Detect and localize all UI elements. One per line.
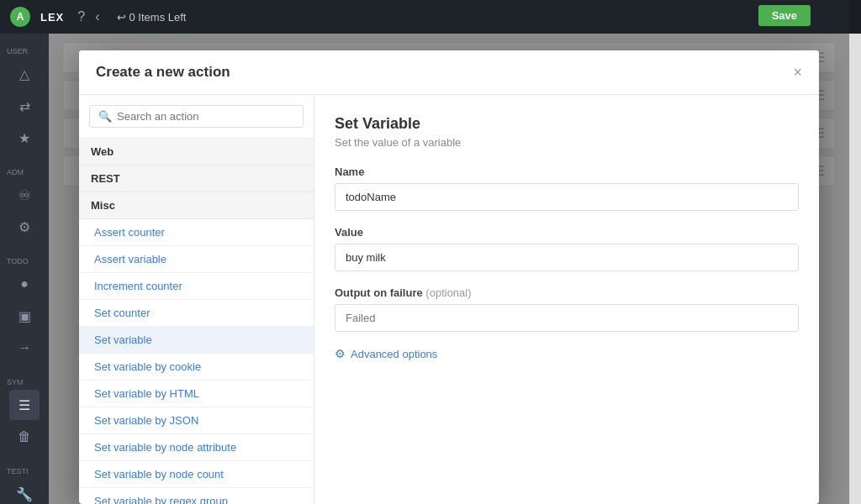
- detail-subtitle: Set the value of a variable: [335, 136, 799, 149]
- action-item-set-variable[interactable]: Set variable: [79, 327, 314, 354]
- action-item-set-variable-by-node-attribute[interactable]: Set variable by node attribute: [79, 434, 314, 461]
- sidebar-section-todo: Todo ● ▣ →: [0, 252, 49, 370]
- name-input[interactable]: [335, 183, 799, 211]
- output-optional: (optional): [425, 286, 471, 299]
- modal-close-button[interactable]: ×: [793, 65, 802, 80]
- right-scrollbar[interactable]: [849, 34, 861, 504]
- sidebar-label-testi: Testi: [0, 467, 49, 475]
- scrollbar-top: [849, 0, 861, 34]
- main-layout: User △ ⇄ ★ Adm ♾ ⚙ Todo ● ▣ → Sym ☰ 🗑 Te…: [0, 34, 861, 504]
- sidebar-section-user: User △ ⇄ ★: [0, 42, 49, 160]
- action-list-panel: 🔍 WebRESTMiscAssert counterAssert variab…: [79, 95, 314, 504]
- app-name: LEX: [40, 11, 64, 24]
- action-item-assert-counter[interactable]: Assert counter: [79, 219, 314, 246]
- app-logo: A: [10, 7, 30, 27]
- sidebar-icon-globe[interactable]: ●: [9, 269, 40, 299]
- content-area: ☰ ☰ ☰ ☰ Create a new action ×: [49, 34, 849, 504]
- help-icon[interactable]: ?: [77, 9, 85, 24]
- action-item-rest[interactable]: REST: [79, 165, 314, 192]
- sidebar-label-admin: Adm: [0, 168, 49, 176]
- modal: Create a new action × 🔍: [79, 50, 819, 504]
- sidebar-icon-network[interactable]: ♾: [9, 180, 40, 210]
- search-input[interactable]: [117, 110, 294, 123]
- sidebar-icon-star[interactable]: ★: [9, 123, 40, 153]
- action-list: WebRESTMiscAssert counterAssert variable…: [79, 139, 314, 504]
- sidebar-label-user: User: [0, 47, 49, 55]
- action-item-misc[interactable]: Misc: [79, 192, 314, 219]
- sidebar-icon-user[interactable]: △: [9, 59, 40, 89]
- action-item-set-counter[interactable]: Set counter: [79, 300, 314, 327]
- output-field-group: Output on failure (optional): [335, 286, 799, 332]
- action-item-set-variable-by-html[interactable]: Set variable by HTML: [79, 381, 314, 407]
- back-icon[interactable]: ‹: [95, 9, 99, 24]
- gear-icon: ⚙: [335, 347, 346, 360]
- sidebar-icon-trash[interactable]: 🗑: [9, 422, 40, 452]
- value-label: Value: [335, 226, 799, 239]
- sidebar-icon-settings[interactable]: ⚙: [9, 212, 40, 242]
- output-label: Output on failure (optional): [335, 286, 799, 299]
- sidebar-section-admin: Adm ♾ ⚙: [0, 163, 49, 249]
- output-input[interactable]: [335, 304, 799, 332]
- sidebar-icon-arrow[interactable]: →: [9, 333, 40, 363]
- action-item-set-variable-by-cookie[interactable]: Set variable by cookie: [79, 354, 314, 381]
- action-item-increment-counter[interactable]: Increment counter: [79, 273, 314, 300]
- action-item-set-variable-by-regex-group[interactable]: Set variable by regex group: [79, 488, 314, 504]
- sidebar-label-todo: Todo: [0, 257, 49, 265]
- action-item-set-variable-by-json[interactable]: Set variable by JSON: [79, 407, 314, 434]
- advanced-options-label: Advanced options: [351, 348, 437, 360]
- action-item-set-variable-by-node-count[interactable]: Set variable by node count: [79, 461, 314, 488]
- value-input[interactable]: [335, 244, 799, 271]
- advanced-options[interactable]: ⚙ Advanced options: [335, 347, 799, 360]
- name-label: Name: [335, 165, 799, 178]
- search-icon: 🔍: [98, 110, 112, 123]
- action-item-assert-variable[interactable]: Assert variable: [79, 246, 314, 273]
- value-field-group: Value: [335, 226, 799, 271]
- action-item-web[interactable]: Web: [79, 139, 314, 165]
- sidebar-label-sym: Sym: [0, 378, 49, 386]
- search-container: 🔍: [89, 105, 304, 128]
- sidebar-icon-list[interactable]: ☰: [9, 390, 40, 420]
- modal-overlay: Create a new action × 🔍: [49, 34, 849, 504]
- sidebar-icon-wrench[interactable]: 🔧: [9, 479, 40, 504]
- sidebar: User △ ⇄ ★ Adm ♾ ⚙ Todo ● ▣ → Sym ☰ 🗑 Te…: [0, 34, 49, 504]
- search-wrapper: 🔍: [79, 95, 314, 139]
- sidebar-section-sym: Sym ☰ 🗑: [0, 373, 49, 459]
- detail-title: Set Variable: [335, 115, 799, 133]
- top-bar: A LEX ? ‹ ↩ 0 Items Left Save: [0, 0, 861, 34]
- sidebar-section-testi: Testi 🔧: [0, 462, 49, 504]
- detail-panel: Set Variable Set the value of a variable…: [314, 95, 819, 504]
- modal-body: 🔍 WebRESTMiscAssert counterAssert variab…: [79, 95, 819, 504]
- sidebar-icon-doc[interactable]: ▣: [9, 301, 40, 331]
- items-left: ↩ 0 Items Left: [117, 11, 187, 24]
- sidebar-icon-share[interactable]: ⇄: [9, 91, 40, 121]
- modal-title: Create a new action: [96, 64, 230, 81]
- save-button[interactable]: Save: [758, 5, 811, 26]
- name-field-group: Name: [335, 165, 799, 211]
- modal-header: Create a new action ×: [79, 50, 819, 95]
